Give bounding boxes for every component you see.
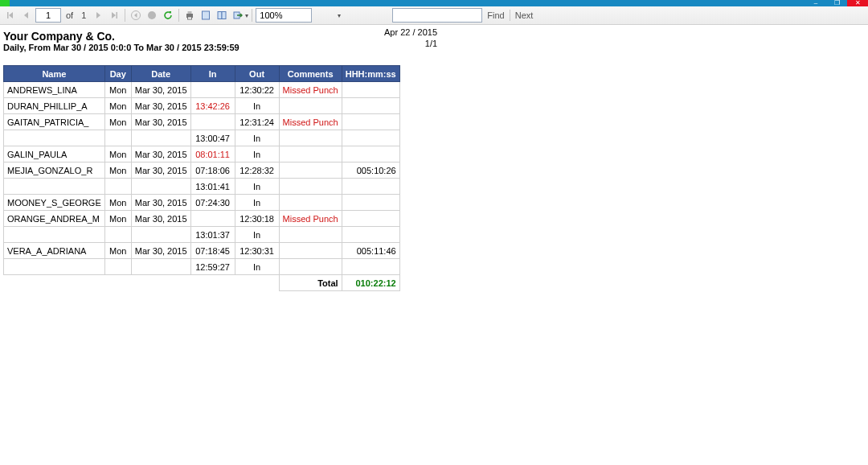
report-body: Apr 22 / 2015 1/1 Your Company & Co. Dai… xyxy=(0,25,868,294)
cell xyxy=(131,259,190,275)
run-date: Apr 22 / 2015 xyxy=(384,27,437,38)
cell: 07:18:06 xyxy=(190,163,235,179)
cell: In xyxy=(235,130,279,146)
cell xyxy=(342,98,399,114)
zoom-value: 100% xyxy=(260,9,282,22)
window-close-button[interactable]: ✕ xyxy=(847,0,868,6)
find-next-button[interactable]: Next xyxy=(515,10,534,20)
cell: 12:59:27 xyxy=(190,259,235,275)
table-row: 12:59:27In xyxy=(4,259,400,275)
col-comments-header: Comments xyxy=(279,66,342,82)
cell: 005:10:26 xyxy=(342,163,399,179)
page-setup-button[interactable] xyxy=(215,8,229,23)
cell: Mar 30, 2015 xyxy=(131,114,190,130)
export-dropdown-caret[interactable]: ▾ xyxy=(245,12,248,19)
cell: Mar 30, 2015 xyxy=(131,98,190,114)
prev-page-button[interactable] xyxy=(19,8,34,23)
cell: Mon xyxy=(104,163,131,179)
app-badge xyxy=(0,0,10,6)
svg-rect-6 xyxy=(218,12,222,19)
first-page-button[interactable] xyxy=(3,8,18,23)
cell: Mar 30, 2015 xyxy=(131,243,190,259)
cell xyxy=(279,146,342,163)
stop-button[interactable] xyxy=(145,8,159,23)
cell: Mar 30, 2015 xyxy=(131,195,190,211)
cell xyxy=(190,114,235,130)
cell xyxy=(279,195,342,211)
cell: ORANGE_ANDREA_M xyxy=(4,211,105,227)
cell: Mar 30, 2015 xyxy=(131,211,190,227)
zoom-combobox[interactable]: 100% xyxy=(256,8,312,23)
cell: In xyxy=(235,259,279,275)
separator xyxy=(125,9,125,22)
last-page-button[interactable] xyxy=(107,8,121,23)
cell xyxy=(104,227,131,243)
print-icon xyxy=(184,10,195,21)
separator xyxy=(510,10,510,21)
print-button[interactable] xyxy=(182,8,197,23)
cell: Mar 30, 2015 xyxy=(131,146,190,163)
page-number-input[interactable]: 1 xyxy=(35,8,61,23)
export-button[interactable] xyxy=(231,8,245,23)
cell: ANDREWS_LINA xyxy=(4,82,105,98)
total-label: Total xyxy=(279,275,342,291)
cell xyxy=(131,179,190,195)
cell: 13:01:41 xyxy=(190,179,235,195)
find-input[interactable] xyxy=(392,8,482,23)
cell: Mon xyxy=(104,211,131,227)
report-meta: Apr 22 / 2015 1/1 xyxy=(384,25,437,49)
cell: In xyxy=(235,179,279,195)
table-row: 13:01:37In xyxy=(4,227,400,243)
stop-icon xyxy=(146,10,158,21)
cell: In xyxy=(235,146,279,163)
cell xyxy=(279,130,342,146)
separator xyxy=(252,9,252,22)
cell xyxy=(190,211,235,227)
svg-point-1 xyxy=(148,11,156,19)
cell xyxy=(279,98,342,114)
table-row: DURAN_PHILLIP_AMonMar 30, 201513:42:26In xyxy=(4,98,400,114)
page-indicator: 1/1 xyxy=(416,38,437,49)
col-name-header: Name xyxy=(4,66,105,82)
cell: 13:01:37 xyxy=(190,227,235,243)
col-out-header: Out xyxy=(235,66,279,82)
next-page-button[interactable] xyxy=(91,8,105,23)
cell: 12:31:24 xyxy=(235,114,279,130)
page-setup-icon xyxy=(216,10,227,21)
export-icon xyxy=(232,10,244,21)
refresh-button[interactable] xyxy=(161,8,175,23)
window-titlebar: – ❐ ✕ xyxy=(0,0,868,6)
cell xyxy=(190,82,235,98)
cell: Mon xyxy=(104,195,131,211)
cell xyxy=(104,179,131,195)
cell xyxy=(342,179,399,195)
zoom-dropdown-caret[interactable]: ▾ xyxy=(338,12,341,19)
table-row: GALIN_PAULAMonMar 30, 201508:01:11In xyxy=(4,146,400,163)
print-layout-button[interactable] xyxy=(199,8,213,23)
find-button[interactable]: Find xyxy=(487,10,504,20)
total-value: 010:22:12 xyxy=(342,275,399,291)
cell xyxy=(104,130,131,146)
cell xyxy=(104,259,131,275)
cell: Missed Punch xyxy=(279,114,342,130)
cell xyxy=(342,259,399,275)
window-maximize-button[interactable]: ❐ xyxy=(826,0,847,6)
cell xyxy=(4,130,105,146)
cell: GAITAN_PATRICIA_ xyxy=(4,114,105,130)
cell: Mar 30, 2015 xyxy=(131,82,190,98)
cell: Mon xyxy=(104,114,131,130)
first-page-icon xyxy=(5,10,16,21)
svg-rect-3 xyxy=(188,11,192,14)
cell xyxy=(342,211,399,227)
cell: 08:01:11 xyxy=(190,146,235,163)
cell xyxy=(4,179,105,195)
table-row: MEJIA_GONZALO_RMonMar 30, 201507:18:0612… xyxy=(4,163,400,179)
cell xyxy=(342,146,399,163)
window-minimize-button[interactable]: – xyxy=(805,0,826,6)
report-viewer-toolbar: 1 of 1 ▾ 100% ▾ Find Next xyxy=(0,6,868,25)
back-button[interactable] xyxy=(129,8,143,23)
col-date-header: Date xyxy=(131,66,190,82)
cell: GALIN_PAULA xyxy=(4,146,105,163)
cell: 12:30:18 xyxy=(235,211,279,227)
cell xyxy=(4,227,105,243)
